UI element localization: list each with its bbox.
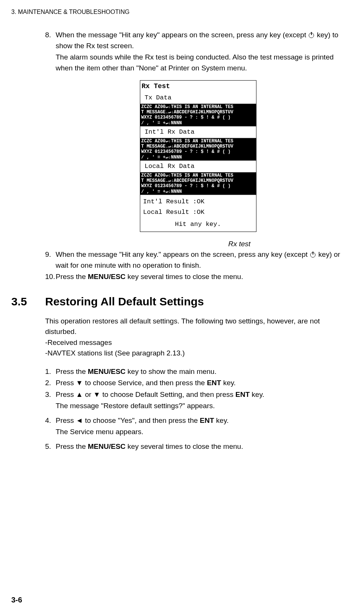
hit-any-key: Hit any key. xyxy=(143,217,253,230)
intl-result: Int'l Result :OK xyxy=(143,197,253,207)
key-name: MENU/ESC xyxy=(88,273,126,281)
text: key. xyxy=(250,390,264,398)
step-number: 9. xyxy=(45,249,56,271)
step-number: 8. xyxy=(45,30,56,51)
text: Press ◄ to choose "Yes", and then press … xyxy=(56,416,200,424)
page-header: 3. MAINTENANCE & TROUBLESHOOTING xyxy=(11,8,353,17)
step-8: 8. When the message "Hit any key" appear… xyxy=(45,30,351,51)
step-text: Press ▲ or ▼ to choose Default Setting, … xyxy=(56,389,351,400)
power-icon xyxy=(310,252,315,258)
step-10: 10. Press the MENU/ESC key several times… xyxy=(45,271,351,282)
step-1: 1. Press the MENU/ESC key to show the ma… xyxy=(45,366,351,377)
data-block: ZCZC AZ00↵↓THIS IS AN INTERNAL TES T MES… xyxy=(140,104,256,127)
power-icon xyxy=(309,33,314,38)
text: Press the xyxy=(56,442,88,450)
text: When the message "Hit any key" appears o… xyxy=(56,31,308,39)
intro-item: -Received messages xyxy=(45,337,351,348)
figure-rx-test: Rx Test Tx Data ZCZC AZ00↵↓THIS IS AN IN… xyxy=(45,80,351,232)
key-name: ENT xyxy=(200,416,214,424)
intl-rx-data-label: Int'l Rx Data xyxy=(140,126,256,138)
step-2: 2. Press ▼ to choose Service, and then p… xyxy=(45,378,351,389)
key-name: ENT xyxy=(235,390,250,398)
intro-paragraph: This operation restores all default sett… xyxy=(45,316,351,337)
data-block: ZCZC AZ00↵↓THIS IS AN INTERNAL TES T MES… xyxy=(140,172,256,195)
results: Int'l Result :OK Local Result :OK Hit an… xyxy=(140,195,256,232)
rx-test-screenshot: Rx Test Tx Data ZCZC AZ00↵↓THIS IS AN IN… xyxy=(140,80,256,232)
box-title: Rx Test xyxy=(140,81,256,92)
text: Press ▲ or ▼ to choose Default Setting, … xyxy=(56,390,235,398)
step-number: 4. xyxy=(45,415,56,426)
key-name: ENT xyxy=(207,379,221,387)
step-text: Press the MENU/ESC key to show the main … xyxy=(56,366,351,377)
section-number: 3.5 xyxy=(11,293,45,310)
step-subtext: The alarm sounds while the Rx test is be… xyxy=(56,52,351,73)
key-name: MENU/ESC xyxy=(88,367,126,375)
step-5: 5. Press the MENU/ESC key several times … xyxy=(45,441,351,452)
step-number: 5. xyxy=(45,441,56,452)
text: When the message "Hit any key." appears … xyxy=(56,250,309,258)
step-9: 9. When the message "Hit any key." appea… xyxy=(45,249,351,271)
intro-item: -NAVTEX stations list (See paragraph 2.1… xyxy=(45,348,351,359)
step-text: When the message "Hit any key" appears o… xyxy=(56,30,351,51)
key-name: MENU/ESC xyxy=(88,442,126,450)
text: key. xyxy=(214,416,229,424)
step-text: Press ◄ to choose "Yes", and then press … xyxy=(56,415,351,426)
text: key several times to close the menu. xyxy=(126,273,243,281)
page-number: 3-6 xyxy=(11,594,22,605)
step-3: 3. Press ▲ or ▼ to choose Default Settin… xyxy=(45,389,351,400)
step-subtext: The message "Restore default settings?" … xyxy=(56,401,351,412)
figure-caption: Rx test xyxy=(128,239,351,250)
data-block: ZCZC AZ00↵↓THIS IS AN INTERNAL TES T MES… xyxy=(140,138,256,161)
step-text: When the message "Hit any key." appears … xyxy=(56,249,351,271)
step-number: 3. xyxy=(45,389,56,400)
local-result: Local Result :OK xyxy=(143,207,253,218)
text: Press the xyxy=(56,273,88,281)
step-number: 10. xyxy=(45,271,56,282)
step-number: 1. xyxy=(45,366,56,377)
step-text: Press ▼ to choose Service, and then pres… xyxy=(56,378,351,389)
step-text: Press the MENU/ESC key several times to … xyxy=(56,441,351,452)
text: Press ▼ to choose Service, and then pres… xyxy=(56,379,207,387)
local-rx-data-label: Local Rx Data xyxy=(140,160,256,172)
section-heading: 3.5 Restoring All Default Settings xyxy=(11,293,351,310)
step-subtext: The Service menu appears. xyxy=(56,427,351,438)
step-text: Press the MENU/ESC key several times to … xyxy=(56,271,351,282)
step-number: 2. xyxy=(45,378,56,389)
step-4: 4. Press ◄ to choose "Yes", and then pre… xyxy=(45,415,351,426)
text: key. xyxy=(221,379,236,387)
section-title: Restoring All Default Settings xyxy=(45,293,204,310)
tx-data-label: Tx Data xyxy=(140,92,256,104)
text: key to show the main menu. xyxy=(126,367,217,375)
text: Press the xyxy=(56,367,88,375)
text: key several times to close the menu. xyxy=(126,442,243,450)
